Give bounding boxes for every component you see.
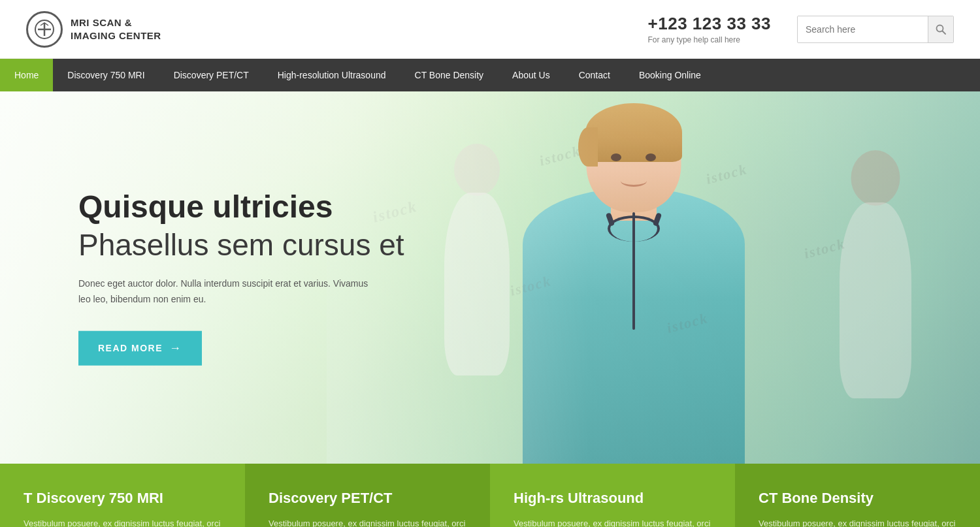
- logo-text: MRI SCAN & IMAGING CENTER: [71, 16, 161, 42]
- header-right: +123 123 33 33 For any type help call he…: [648, 14, 954, 44]
- hero-content: Quisque ultricies Phasellus sem cursus e…: [78, 190, 404, 366]
- service-title-2: High-rs Ultrasound: [514, 490, 711, 507]
- logo-icon: [26, 11, 63, 48]
- hero-title-bold: Quisque ultricies: [78, 190, 404, 225]
- service-title-3: CT Bone Density: [759, 490, 956, 507]
- hero-description: Donec eget auctor dolor. Nulla interdum …: [78, 276, 379, 308]
- main-nav: Home Discovery 750 MRI Discovery PET/CT …: [0, 59, 980, 91]
- hero-section: istock istock istock istock istock istoc…: [0, 91, 980, 464]
- phone-sub: For any type help call here: [648, 35, 771, 44]
- service-title-1: Discovery PET/CT: [269, 490, 466, 507]
- nav-item-home[interactable]: Home: [0, 59, 53, 91]
- service-desc-1: Vestibulum posuere, ex dignissim luctus …: [269, 517, 466, 527]
- nav-item-discovery-mri[interactable]: Discovery 750 MRI: [53, 59, 159, 91]
- service-desc-3: Vestibulum posuere, ex dignissim luctus …: [759, 517, 956, 527]
- search-box[interactable]: [797, 16, 954, 43]
- svg-line-4: [943, 31, 946, 34]
- nav-item-bone-density[interactable]: CT Bone Density: [400, 59, 498, 91]
- service-card-2: High-rs Ultrasound Vestibulum posuere, e…: [490, 464, 735, 527]
- service-desc-0: Vestibulum posuere, ex dignissim luctus …: [24, 517, 221, 527]
- nav-item-petct[interactable]: Discovery PET/CT: [159, 59, 263, 91]
- search-icon: [936, 24, 946, 35]
- service-card-3: CT Bone Density Vestibulum posuere, ex d…: [735, 464, 980, 527]
- service-card-0: T Discovery 750 MRI Vestibulum posuere, …: [0, 464, 245, 527]
- phone-number: +123 123 33 33: [648, 14, 771, 34]
- service-title-0: T Discovery 750 MRI: [24, 490, 221, 507]
- phone-area: +123 123 33 33 For any type help call he…: [648, 14, 771, 44]
- nav-item-about[interactable]: About Us: [498, 59, 564, 91]
- site-header: MRI SCAN & IMAGING CENTER +123 123 33 33…: [0, 0, 980, 59]
- search-button[interactable]: [928, 16, 953, 43]
- hero-cta-arrow: →: [169, 341, 182, 355]
- nav-item-ultrasound[interactable]: High-resolution Ultrasound: [263, 59, 400, 91]
- service-desc-2: Vestibulum posuere, ex dignissim luctus …: [514, 517, 711, 527]
- search-input[interactable]: [798, 16, 928, 42]
- service-card-1: Discovery PET/CT Vestibulum posuere, ex …: [245, 464, 490, 527]
- logo-area: MRI SCAN & IMAGING CENTER: [26, 11, 161, 48]
- hero-cta-label: READ MORE: [98, 343, 163, 353]
- hero-cta-button[interactable]: READ MORE →: [78, 330, 202, 365]
- nav-item-booking[interactable]: Booking Online: [625, 59, 715, 91]
- hero-title-light: Phasellus sem cursus et: [78, 227, 404, 263]
- services-section: T Discovery 750 MRI Vestibulum posuere, …: [0, 464, 980, 527]
- nav-item-contact[interactable]: Contact: [564, 59, 625, 91]
